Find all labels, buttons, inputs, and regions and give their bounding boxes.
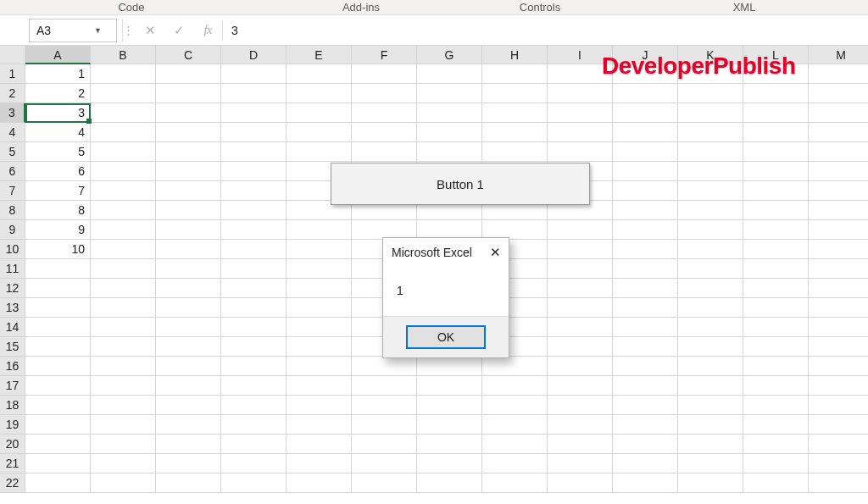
cell[interactable] [482, 142, 548, 162]
cell[interactable] [613, 298, 678, 318]
row-header-6[interactable]: 6 [0, 162, 25, 181]
cell[interactable] [678, 142, 743, 162]
cell[interactable] [678, 318, 743, 337]
cell[interactable] [156, 84, 221, 103]
cell[interactable] [156, 103, 221, 123]
cell[interactable] [417, 474, 482, 493]
cell[interactable] [809, 279, 868, 298]
cell[interactable] [91, 103, 156, 123]
cell[interactable] [91, 474, 156, 493]
form-button-1[interactable]: Button 1 [331, 163, 590, 205]
cell[interactable] [417, 357, 482, 376]
cell[interactable] [613, 162, 678, 181]
row-header-8[interactable]: 8 [0, 201, 25, 220]
cell[interactable] [287, 259, 352, 279]
cell[interactable] [743, 454, 809, 474]
cell[interactable] [613, 181, 678, 201]
column-header-F[interactable]: F [352, 46, 417, 64]
cell[interactable] [221, 415, 287, 435]
row-header-1[interactable]: 1 [0, 64, 25, 84]
cell[interactable] [548, 318, 613, 337]
cell[interactable] [548, 279, 613, 298]
cell[interactable] [678, 201, 743, 220]
row-header-17[interactable]: 17 [0, 376, 25, 396]
cell[interactable] [743, 103, 809, 123]
cell[interactable] [613, 396, 678, 415]
cell[interactable] [417, 64, 482, 84]
cell[interactable] [482, 103, 548, 123]
cell[interactable] [156, 298, 221, 318]
row-header-21[interactable]: 21 [0, 454, 25, 474]
cell[interactable] [91, 123, 156, 142]
cell[interactable] [25, 435, 91, 454]
cell[interactable] [91, 201, 156, 220]
cell[interactable] [613, 337, 678, 357]
cancel-button[interactable]: ✕ [136, 19, 164, 42]
cell[interactable] [743, 298, 809, 318]
cell[interactable] [156, 181, 221, 201]
cell[interactable] [613, 240, 678, 259]
cell[interactable] [613, 259, 678, 279]
cell[interactable] [287, 279, 352, 298]
cell[interactable] [613, 474, 678, 493]
cell[interactable] [25, 415, 91, 435]
row-header-14[interactable]: 14 [0, 318, 25, 337]
cell[interactable] [613, 123, 678, 142]
cell[interactable] [809, 162, 868, 181]
cell[interactable] [548, 259, 613, 279]
cell[interactable] [287, 318, 352, 337]
cell[interactable] [91, 337, 156, 357]
column-header-A[interactable]: A [25, 46, 91, 64]
cell[interactable] [156, 357, 221, 376]
cell[interactable] [156, 337, 221, 357]
msgbox-ok-button[interactable]: OK [406, 325, 486, 349]
cell[interactable] [678, 415, 743, 435]
cell[interactable] [25, 454, 91, 474]
cell[interactable] [417, 415, 482, 435]
cell[interactable] [417, 123, 482, 142]
cell[interactable] [809, 396, 868, 415]
cell[interactable] [287, 474, 352, 493]
cell[interactable] [417, 454, 482, 474]
cell[interactable] [482, 376, 548, 396]
column-header-D[interactable]: D [221, 46, 287, 64]
cell[interactable] [352, 435, 417, 454]
cell[interactable] [743, 123, 809, 142]
cell[interactable] [743, 259, 809, 279]
cell[interactable] [548, 337, 613, 357]
cell[interactable] [678, 474, 743, 493]
cell[interactable] [482, 415, 548, 435]
cell[interactable] [91, 415, 156, 435]
cell[interactable] [743, 415, 809, 435]
cell[interactable] [287, 376, 352, 396]
cell[interactable] [678, 376, 743, 396]
cell[interactable] [287, 415, 352, 435]
cell[interactable] [287, 396, 352, 415]
cell[interactable] [156, 415, 221, 435]
cell[interactable] [809, 454, 868, 474]
cell[interactable] [482, 123, 548, 142]
row-header-13[interactable]: 13 [0, 298, 25, 318]
cell[interactable] [743, 318, 809, 337]
name-box-dropdown-icon[interactable]: ▼ [73, 19, 116, 42]
cell[interactable] [743, 279, 809, 298]
cell[interactable] [156, 435, 221, 454]
cell[interactable] [678, 162, 743, 181]
cell[interactable] [156, 279, 221, 298]
row-header-15[interactable]: 15 [0, 337, 25, 357]
cell[interactable] [678, 240, 743, 259]
cell[interactable] [221, 123, 287, 142]
cell[interactable] [156, 376, 221, 396]
confirm-button[interactable]: ✓ [164, 19, 193, 42]
cell[interactable] [25, 396, 91, 415]
cell[interactable] [743, 435, 809, 454]
cell[interactable] [678, 123, 743, 142]
cell[interactable] [156, 220, 221, 240]
cell[interactable] [352, 454, 417, 474]
cell[interactable]: 9 [25, 220, 91, 240]
cell[interactable] [613, 415, 678, 435]
cell[interactable] [678, 279, 743, 298]
cell[interactable] [482, 454, 548, 474]
row-header-19[interactable]: 19 [0, 415, 25, 435]
insert-function-button[interactable]: fx [193, 19, 222, 42]
